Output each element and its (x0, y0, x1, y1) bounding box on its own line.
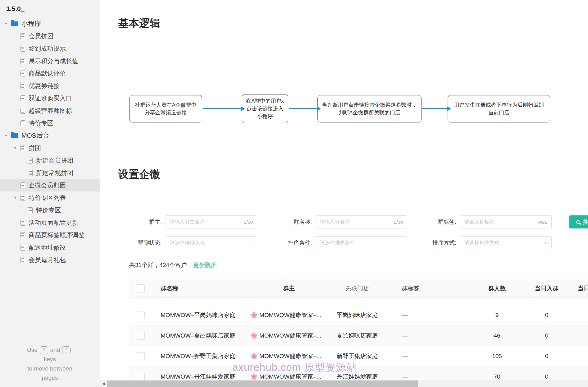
horizontal-scrollbar[interactable]: ◀ (100, 380, 588, 387)
page-icon (28, 170, 33, 176)
cell-group-name: MOMWOW–平岗妈咪店家庭 (152, 311, 244, 319)
flow-arrow-icon (203, 108, 241, 109)
group-tag-char-counter: 0/20 (538, 219, 547, 225)
sort-order-select[interactable]: 请选择排序方式 (460, 236, 552, 249)
filter-row-2: 群聊状态: 请选择群聊状态 排序条件: 请选择排序条件 排序方式: 请选择排序方… (100, 236, 552, 249)
flow-arrow-icon (289, 108, 317, 109)
header-truncated: 当日 (570, 284, 588, 293)
cell-tag: –– (381, 332, 471, 339)
header-today-join: 当日入群 (523, 284, 570, 293)
page-icon (21, 182, 25, 188)
groups-table: 群名称 群主 关联门店 群标签 群人数 当日入群 当日 MOMWOW–平岗妈咪店… (129, 279, 588, 387)
sidebar-item[interactable]: ▼ MOS后台 (0, 129, 100, 142)
scrollbar-left-arrow-icon[interactable]: ◀ (100, 380, 107, 387)
group-tag-filter-input[interactable] (464, 219, 536, 225)
sort-condition-select[interactable]: 请选择排序条件 (316, 236, 407, 249)
page-icon (21, 232, 25, 238)
chevron-down-icon (249, 240, 253, 244)
keyboard-navigation-hint: Use<,and>. keys to move between pages (0, 345, 100, 383)
page-icon (21, 95, 25, 101)
sidebar-item[interactable]: ▼ 特价专区列表 (0, 191, 100, 204)
section-title-basic-logic: 基本逻辑 (118, 16, 160, 30)
caret-down-icon[interactable]: ▼ (14, 196, 18, 200)
sidebar-item-label: 双证班购买入口 (29, 94, 72, 103)
page-icon (21, 108, 25, 114)
row-checkbox[interactable] (137, 311, 145, 319)
group-name-filter-input[interactable] (320, 219, 391, 225)
cell-owner-text: MOMWOW健康管家–... (259, 352, 321, 360)
sidebar-item[interactable]: 新建常规拼团 (0, 167, 100, 179)
owner-filter-field: 0/20 (166, 215, 257, 228)
cell-members: 70 (471, 373, 523, 380)
cell-group-name: MOMWOW–新野王集店家庭 (152, 352, 244, 360)
select-all-checkbox[interactable] (137, 284, 145, 293)
table-row: MOMWOW–平岗妈咪店家庭 MOMWOW健康管家–... 平岗妈咪店家庭 ––… (129, 305, 588, 325)
search-button[interactable]: 搜索 (569, 215, 588, 228)
row-checkbox[interactable] (137, 373, 145, 381)
caret-down-icon[interactable]: ▼ (4, 134, 9, 137)
sidebar-tree: ▼ 小程序 会员拼团 签到成功提示 展示积分与成长值 商品默认评价 优惠券链接 … (0, 17, 100, 266)
search-button-label: 搜索 (583, 218, 588, 226)
cell-tag: –– (381, 353, 471, 360)
cell-store: 夏邑妈咪店家庭 (334, 332, 381, 340)
sort-condition-label: 排序条件: (281, 239, 316, 246)
page-icon (21, 46, 25, 52)
group-name-filter-group: 群名称: 0/20 (281, 215, 407, 228)
row-checkbox[interactable] (137, 332, 145, 340)
chat-status-select[interactable]: 请选择群聊状态 (166, 236, 257, 249)
sidebar-item-label: 企微会员归因 (29, 181, 66, 190)
sidebar-item[interactable]: 商品页标签顺序调整 (0, 229, 100, 241)
hint-text: keys (0, 355, 100, 364)
sidebar-item[interactable]: 超级营养师图标 (0, 104, 100, 117)
owner-filter-input[interactable] (170, 219, 241, 225)
table-header-row: 群名称 群主 关联门店 群标签 群人数 当日入群 当日 (129, 279, 588, 298)
sidebar-item[interactable]: 双证班购买入口 (0, 92, 100, 104)
flower-icon (251, 353, 258, 360)
group-tag-filter-label: 群标签: (426, 218, 460, 226)
sidebar-item[interactable]: 特价专区 (0, 204, 100, 216)
section-title-setup-wecom: 设置企微 (118, 167, 160, 182)
folder-icon (11, 133, 18, 138)
sidebar-item[interactable]: 配送地址修改 (0, 241, 100, 254)
page-icon (21, 33, 25, 39)
sidebar-item[interactable]: 签到成功提示 (0, 42, 100, 55)
sidebar-item[interactable]: 会员每月礼包 (0, 254, 100, 266)
sidebar-item[interactable]: 特价专区 (0, 117, 100, 129)
sidebar-item[interactable]: 展示积分与成长值 (0, 55, 100, 67)
sidebar-item[interactable]: 企微会员归因 (0, 179, 100, 191)
main-content: 基本逻辑 社群运营人员在A企微群中分享企微渠道链接 在A群中的用户x点击该链接进… (100, 0, 588, 387)
summary-bar: 共31个群，424个客户 更新数据 (129, 261, 217, 269)
group-name-char-counter: 0/20 (394, 219, 403, 225)
hint-text: Use (27, 347, 38, 353)
row-checkbox[interactable] (137, 352, 145, 360)
update-data-link[interactable]: 更新数据 (193, 261, 217, 269)
table-spacer-row (129, 298, 588, 305)
sidebar-item[interactable]: ▼ 拼团 (0, 142, 100, 154)
sidebar-item[interactable]: 活动页面配置更新 (0, 216, 100, 229)
sidebar-item[interactable]: 商品默认评价 (0, 67, 100, 80)
sidebar-item-label: 特价专区 (29, 119, 53, 127)
sort-condition-select-group: 排序条件: 请选择排序条件 (281, 236, 407, 249)
sidebar-item[interactable]: 会员拼团 (0, 30, 100, 42)
caret-down-icon[interactable]: ▼ (4, 22, 9, 25)
sidebar-item[interactable]: 优惠券链接 (0, 80, 100, 92)
sidebar-item[interactable]: 新建会员拼团 (0, 154, 100, 167)
cell-group-owner: MOMWOW健康管家–... (244, 311, 334, 319)
sidebar-item-label: 新建会员拼团 (36, 156, 73, 165)
sidebar-item-label: 特价专区 (36, 206, 61, 214)
search-icon (576, 220, 580, 224)
sidebar-item[interactable]: ▼ 小程序 (0, 17, 100, 30)
cell-owner-text: MOMWOW健康管家–... (259, 332, 321, 340)
cell-group-owner: MOMWOW健康管家–... (244, 352, 334, 360)
group-tag-filter-field: 0/20 (460, 215, 552, 228)
flower-icon (251, 332, 258, 339)
cell-members: 46 (471, 332, 523, 339)
header-tag: 群标签 (381, 284, 471, 293)
caret-down-icon[interactable]: ▼ (14, 146, 18, 150)
sidebar-item-label: 商品默认评价 (29, 69, 66, 78)
sidebar: 1.5.0_ ▼ 小程序 会员拼团 签到成功提示 展示积分与成长值 商品默认评价… (0, 0, 100, 387)
cell-store: 平岗妈咪店家庭 (334, 311, 381, 319)
cell-members: 105 (471, 353, 523, 360)
group-name-filter-field: 0/20 (316, 215, 407, 228)
scrollbar-thumb[interactable] (107, 380, 418, 387)
